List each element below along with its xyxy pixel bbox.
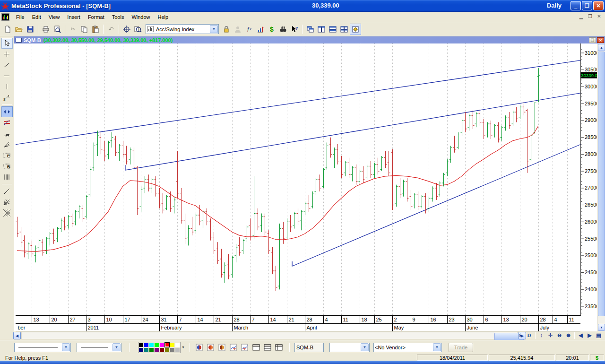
color-swatch[interactable] <box>159 342 164 347</box>
horizontal-line-tool[interactable] <box>1 70 13 81</box>
gann-grid-tool[interactable] <box>1 208 13 218</box>
color-swatch[interactable] <box>154 347 159 353</box>
prev-plot-icon[interactable]: ◀ <box>576 332 585 339</box>
palette-dropdown-icon[interactable]: ▼ <box>181 342 186 353</box>
price-axis[interactable]: 2350024000245002500025500260002650027000… <box>580 43 597 316</box>
vertical-scroll-thumb[interactable] <box>598 52 605 316</box>
open-button[interactable] <box>13 24 25 35</box>
chevron-down-icon[interactable]: ▼ <box>112 343 121 351</box>
scroll-left-icon[interactable]: ◀ <box>13 332 21 339</box>
color-swatch[interactable] <box>175 347 180 353</box>
color-swatch[interactable] <box>159 347 164 353</box>
color-swatch[interactable] <box>170 342 175 347</box>
symbol-input[interactable] <box>294 343 324 352</box>
child-minimize-button[interactable]: ▁ <box>577 13 585 20</box>
tile-grid-button[interactable] <box>338 24 350 35</box>
chart-document-icon[interactable] <box>1 13 9 21</box>
minimize-button[interactable]: _ <box>570 1 581 10</box>
color-swatch[interactable] <box>149 347 154 353</box>
refresh-icon[interactable]: $ <box>516 332 525 339</box>
chevron-down-icon[interactable]: ▼ <box>433 343 441 351</box>
undo-button[interactable]: ↶ <box>105 24 117 35</box>
horizontal-scroll-track[interactable] <box>21 332 518 339</box>
menu-insert[interactable]: Insert <box>63 13 84 21</box>
vertical-scrollbar[interactable]: ▲ ▼ <box>597 43 605 331</box>
menu-window[interactable]: Window <box>128 13 154 21</box>
color-swatch[interactable] <box>138 342 144 347</box>
date-axis[interactable]: 1320273101724317142128714212841118252916… <box>16 316 580 331</box>
color-swatch[interactable] <box>170 347 175 353</box>
chart-restore-button[interactable]: ❐ <box>589 37 596 43</box>
color-swatch[interactable] <box>164 347 170 353</box>
indicator-combo[interactable]: Acc/Swing Index ▼ <box>146 24 219 34</box>
fibonacci-fan-tool[interactable] <box>1 139 13 150</box>
tile-vertical-button[interactable] <box>316 24 327 35</box>
scroll-tool[interactable] <box>1 106 13 117</box>
plot-list-icon[interactable]: ▤ <box>594 332 603 339</box>
scroll-down-icon[interactable]: ▼ <box>598 324 605 331</box>
fibonacci-arcs-tool[interactable] <box>1 128 13 139</box>
target-button[interactable] <box>121 24 132 35</box>
vendor-combo[interactable]: <No Vendor>▼ <box>373 343 442 352</box>
close-button[interactable]: ✕ <box>593 1 604 10</box>
print-button[interactable] <box>40 24 52 35</box>
line-style-combo[interactable]: ▼ <box>14 343 71 352</box>
line-weight-combo[interactable]: ▼ <box>77 343 121 352</box>
next-plot-icon[interactable]: ▶ <box>585 332 594 339</box>
print-preview-button[interactable] <box>52 24 63 35</box>
help-pointer-button[interactable]: ? <box>289 24 300 35</box>
child-close-button[interactable]: ✕ <box>595 13 603 20</box>
periodicity-daily-icon[interactable]: D <box>525 332 534 339</box>
system-tester-button[interactable] <box>255 24 266 35</box>
fibonacci-timezones-tool[interactable] <box>1 172 13 182</box>
color-swatch[interactable] <box>138 347 144 353</box>
indicator-lock-button[interactable] <box>221 24 232 35</box>
chart-title-bar[interactable]: SQM-B (30,302.00, 30,550.00, 29,540.00, … <box>14 36 605 43</box>
explorer-binoculars-button[interactable] <box>277 24 289 35</box>
chevron-down-icon[interactable]: ▼ <box>210 25 218 33</box>
function-fx-button[interactable]: ƒx <box>243 24 255 35</box>
chart-style-line-button[interactable] <box>217 342 227 353</box>
scale-right-button[interactable] <box>240 342 250 353</box>
chart-style-bar-button[interactable] <box>206 342 216 353</box>
price-plot[interactable] <box>16 43 580 316</box>
symbol-sl-tool[interactable]: SL <box>1 92 13 103</box>
color-swatch[interactable] <box>154 342 159 347</box>
zoom-out-icon[interactable]: ⊖ <box>555 332 564 339</box>
zoom-in-icon[interactable]: ⊕ <box>564 332 573 339</box>
vertical-line-tool[interactable] <box>1 81 13 92</box>
menu-view[interactable]: View <box>45 13 64 21</box>
vertical-zoom-icon[interactable]: ↕ <box>537 332 546 339</box>
new-inner-window-button[interactable] <box>251 342 261 353</box>
color-swatch[interactable] <box>164 342 170 347</box>
symbol-list-combo[interactable]: ▼ <box>329 343 370 352</box>
expert-advisor-button[interactable] <box>232 24 243 35</box>
pointer-tool[interactable] <box>1 38 13 49</box>
fibonacci-projection-tool[interactable]: P <box>1 150 13 161</box>
child-restore-button[interactable]: ❐ <box>586 13 594 20</box>
menu-help[interactable]: Help <box>154 13 173 21</box>
fibonacci-retracement-tool[interactable]: R <box>1 161 13 172</box>
scroll-up-icon[interactable]: ▲ <box>598 44 605 51</box>
menu-tools[interactable]: Tools <box>108 13 128 21</box>
combine-windows-button[interactable] <box>262 342 273 353</box>
cut-button[interactable]: ✂ <box>67 24 78 35</box>
trendline-tool[interactable] <box>1 60 13 70</box>
color-swatch[interactable] <box>175 342 180 347</box>
color-swatch[interactable] <box>144 347 149 353</box>
chart-close-button[interactable]: ✕ <box>597 37 604 43</box>
gann-fan-tool[interactable] <box>1 197 13 208</box>
new-button[interactable] <box>2 24 13 35</box>
pan-icon[interactable]: ✛ <box>546 332 555 339</box>
crosshair-tool[interactable] <box>1 49 13 60</box>
layout-button[interactable] <box>350 24 361 35</box>
color-swatch[interactable] <box>144 342 149 347</box>
color-palette[interactable] <box>138 342 181 353</box>
paste-button[interactable] <box>90 24 101 35</box>
equidistant-channel-tool[interactable] <box>1 117 13 128</box>
zoom-search-button[interactable] <box>132 24 144 35</box>
scale-left-button[interactable] <box>228 342 239 353</box>
dollar-button[interactable]: $ <box>266 24 277 35</box>
chevron-down-icon[interactable]: ▼ <box>361 343 369 351</box>
gann-line-tool[interactable] <box>1 186 13 197</box>
